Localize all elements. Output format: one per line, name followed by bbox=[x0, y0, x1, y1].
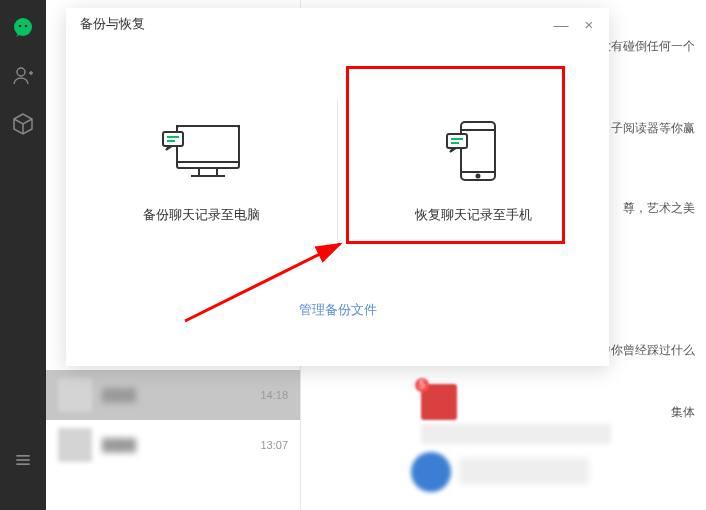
svg-point-2 bbox=[25, 25, 28, 28]
msg-fragment: 集体 bbox=[671, 404, 695, 421]
manage-backups-link[interactable]: 管理备份文件 bbox=[299, 302, 377, 317]
backup-to-computer-option[interactable]: 备份聊天记录至电脑 bbox=[66, 40, 337, 300]
chat-preview: ████ bbox=[102, 388, 260, 402]
dialog-body: 备份聊天记录至电脑 恢复聊天记录至手机 bbox=[66, 40, 609, 300]
avatar bbox=[411, 452, 451, 492]
dialog-title: 备份与恢复 bbox=[80, 15, 547, 33]
restore-to-phone-option[interactable]: 恢复聊天记录至手机 bbox=[338, 40, 609, 300]
svg-rect-10 bbox=[177, 126, 239, 162]
app-sidebar bbox=[0, 0, 46, 510]
menu-icon[interactable] bbox=[13, 450, 33, 470]
chat-list-item[interactable]: ████ 13:07 bbox=[46, 420, 300, 470]
dialog-footer: 管理备份文件 bbox=[66, 300, 609, 319]
dialog-header: 备份与恢复 — × bbox=[66, 8, 609, 40]
svg-point-3 bbox=[17, 68, 25, 76]
chat-time: 13:07 bbox=[260, 439, 288, 451]
chat-list-item[interactable]: ████ 14:18 bbox=[46, 370, 300, 420]
restore-label: 恢复聊天记录至手机 bbox=[415, 206, 532, 224]
phone-icon bbox=[429, 116, 519, 186]
msg-block: 5 bbox=[421, 384, 611, 444]
svg-rect-21 bbox=[447, 134, 467, 148]
chat-time: 14:18 bbox=[260, 389, 288, 401]
msg-text-blurred bbox=[459, 458, 589, 484]
svg-point-1 bbox=[19, 25, 22, 28]
backup-label: 备份聊天记录至电脑 bbox=[143, 206, 260, 224]
msg-fragment: 尊，艺术之美 bbox=[623, 200, 695, 217]
close-button[interactable]: × bbox=[575, 10, 603, 38]
backup-restore-dialog: 备份与恢复 — × 备份聊天记录至电脑 bbox=[66, 8, 609, 366]
svg-point-0 bbox=[14, 18, 32, 36]
msg-text-blurred bbox=[421, 424, 611, 444]
favorites-icon[interactable] bbox=[11, 112, 35, 136]
contacts-icon[interactable] bbox=[11, 64, 35, 88]
chat-preview: ████ bbox=[102, 438, 260, 452]
chat-icon[interactable] bbox=[11, 16, 35, 40]
msg-fragment: 子阅读器等你赢 bbox=[611, 120, 695, 137]
minimize-button[interactable]: — bbox=[547, 10, 575, 38]
chat-list: ████ 14:18 ████ 13:07 bbox=[46, 370, 300, 470]
avatar bbox=[58, 428, 92, 462]
svg-point-20 bbox=[476, 175, 479, 178]
svg-rect-14 bbox=[163, 132, 183, 146]
computer-icon bbox=[157, 116, 247, 186]
avatar bbox=[58, 378, 92, 412]
unread-badge: 5 bbox=[415, 378, 429, 392]
